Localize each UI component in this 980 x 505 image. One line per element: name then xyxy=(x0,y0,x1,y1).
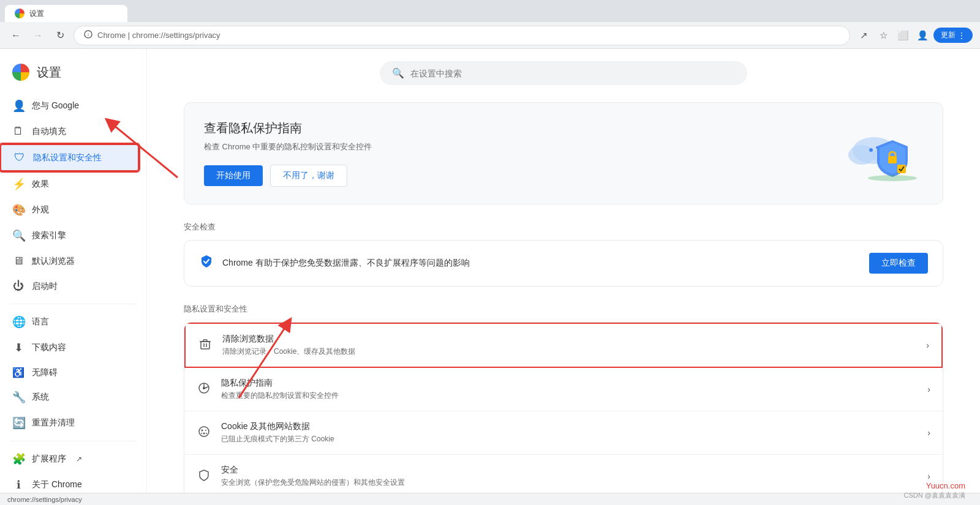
arrow-icon-1: › xyxy=(927,384,930,394)
sidebar-item-language[interactable]: 🌐 语言 xyxy=(0,309,139,335)
svg-rect-5 xyxy=(888,156,897,163)
sidebar-label-appearance: 外观 xyxy=(32,204,49,215)
sidebar-divider-2 xyxy=(10,441,137,441)
privacy-guide-desc: 检查重要的隐私控制设置和安全控件 xyxy=(221,391,927,401)
sidebar-item-system[interactable]: 🔧 系统 xyxy=(0,384,139,410)
sidebar-item-reset[interactable]: 🔄 重置并清理 xyxy=(0,410,139,436)
svg-point-3 xyxy=(848,145,875,165)
sidebar-item-accessibility[interactable]: ♿ 无障碍 xyxy=(0,361,139,384)
settings-item-cookies[interactable]: Cookie 及其他网站数据 已阻止无痕模式下的第三方 Cookie › xyxy=(184,411,943,455)
settings-item-security[interactable]: 安全 安全浏览（保护您免受危险网站的侵害）和其他安全设置 › xyxy=(184,455,943,493)
search-bar[interactable]: 🔍 xyxy=(380,61,747,85)
reload-button[interactable]: ↻ xyxy=(51,27,69,44)
cookies-desc: 已阻止无痕模式下的第三方 Cookie xyxy=(221,434,927,444)
start-button[interactable]: 开始使用 xyxy=(204,165,263,186)
guide-card: 查看隐私保护指南 检查 Chrome 中重要的隐私控制设置和安全控件 开始使用 … xyxy=(184,102,943,204)
svg-point-13 xyxy=(199,427,209,436)
back-button[interactable]: ← xyxy=(7,27,24,44)
clear-data-title: 清除浏览数据 xyxy=(222,334,926,345)
forward-button[interactable]: → xyxy=(29,27,47,44)
profile-button[interactable]: 👤 xyxy=(914,27,931,44)
guide-card-description: 检查 Chrome 中重要的隐私控制设置和安全控件 xyxy=(204,141,372,152)
trash-icon xyxy=(198,338,213,353)
arrow-icon-3: › xyxy=(927,471,930,481)
cookies-title: Cookie 及其他网站数据 xyxy=(221,421,927,432)
sidebar-label-system: 系统 xyxy=(32,392,49,403)
svg-point-9 xyxy=(868,175,917,181)
safety-description: Chrome 有助于保护您免受数据泄露、不良扩展程序等问题的影响 xyxy=(222,258,470,269)
guide-card-illustration xyxy=(837,123,923,184)
privacy-illustration xyxy=(837,123,923,184)
sidebar-item-privacy[interactable]: 🛡 隐私设置和安全性 xyxy=(0,144,139,171)
settings-item-privacy-guide[interactable]: 隐私保护指南 检查重要的隐私控制设置和安全控件 › xyxy=(184,368,943,411)
sidebar-item-about[interactable]: ℹ 关于 Chrome xyxy=(0,472,139,493)
about-icon: ℹ xyxy=(12,478,24,492)
sidebar: 设置 👤 您与 Google 🗒 自动填充 🛡 隐私设置和安全性 ⚡ 效果 🎨 … xyxy=(0,49,147,493)
sidebar-title-area: 设置 xyxy=(0,59,146,93)
sidebar-divider xyxy=(10,304,137,304)
clear-data-text: 清除浏览数据 清除浏览记录、Cookie、缓存及其他数据 xyxy=(222,334,926,357)
sidebar-label-downloads: 下载内容 xyxy=(32,342,66,353)
sidebar-item-search[interactable]: 🔍 搜索引擎 xyxy=(0,223,139,249)
security-title: 安全 xyxy=(221,465,927,476)
person-icon: 👤 xyxy=(12,99,24,113)
sidebar-label-reset: 重置并清理 xyxy=(32,417,75,428)
accessibility-icon: ♿ xyxy=(12,367,24,378)
sidebar-label-performance: 效果 xyxy=(32,179,49,190)
appearance-icon: 🎨 xyxy=(12,203,24,217)
sidebar-label-privacy: 隐私设置和安全性 xyxy=(33,152,102,163)
sidebar-item-performance[interactable]: ⚡ 效果 xyxy=(0,171,139,197)
reset-icon: 🔄 xyxy=(12,416,24,430)
security-shield-icon xyxy=(197,469,211,484)
tab-bar: 设置 xyxy=(0,0,980,22)
address-text: Chrome | chrome://settings/privacy xyxy=(97,31,840,40)
sidebar-label-search: 搜索引擎 xyxy=(32,230,66,241)
toolbar: ← → ↻ i Chrome | chrome://settings/priva… xyxy=(0,22,980,49)
guide-card-buttons: 开始使用 不用了，谢谢 xyxy=(204,165,372,187)
menu-dots: ⋮ xyxy=(958,31,965,40)
extensions-icon: 🧩 xyxy=(12,452,24,466)
startup-icon: ⏻ xyxy=(12,280,24,293)
sidebar-item-downloads[interactable]: ⬇ 下载内容 xyxy=(0,335,139,361)
sidebar-label-startup: 启动时 xyxy=(32,281,58,292)
sidebar-item-appearance[interactable]: 🎨 外观 xyxy=(0,197,139,223)
svg-point-16 xyxy=(203,432,205,434)
svg-point-18 xyxy=(201,433,202,434)
bookmark-button[interactable]: ☆ xyxy=(875,27,892,44)
guide-card-title: 查看隐私保护指南 xyxy=(204,120,372,137)
sidebar-label-language: 语言 xyxy=(32,316,49,327)
settings-list: 清除浏览数据 清除浏览记录、Cookie、缓存及其他数据 › 隐私保护指南 检查… xyxy=(184,322,943,493)
update-button[interactable]: 更新 ⋮ xyxy=(933,28,973,43)
arrow-icon-2: › xyxy=(927,428,930,438)
settings-item-clear-data[interactable]: 清除浏览数据 清除浏览记录、Cookie、缓存及其他数据 › xyxy=(184,323,943,368)
privacy-guide-icon xyxy=(197,382,211,397)
dismiss-button[interactable]: 不用了，谢谢 xyxy=(270,165,347,187)
privacy-guide-text: 隐私保护指南 检查重要的隐私控制设置和安全控件 xyxy=(221,378,927,401)
search-icon: 🔍 xyxy=(392,67,404,79)
main-content: 设置 👤 您与 Google 🗒 自动填充 🛡 隐私设置和安全性 ⚡ 效果 🎨 … xyxy=(0,49,980,493)
sidebar-item-google[interactable]: 👤 您与 Google xyxy=(0,93,139,119)
svg-point-17 xyxy=(206,433,207,434)
sidebar-item-extensions[interactable]: 🧩 扩展程序 ↗ xyxy=(0,446,139,472)
extensions-button[interactable]: ⬜ xyxy=(894,27,911,44)
search-input[interactable] xyxy=(410,69,735,78)
sidebar-label-google: 您与 Google xyxy=(32,100,79,111)
cookie-icon xyxy=(197,425,211,441)
address-bar[interactable]: i Chrome | chrome://settings/privacy xyxy=(74,26,850,45)
chrome-logo xyxy=(12,64,29,81)
system-icon: 🔧 xyxy=(12,391,24,404)
active-tab[interactable]: 设置 xyxy=(5,5,127,22)
sidebar-label-about: 关于 Chrome xyxy=(32,479,82,490)
sidebar-label-extensions: 扩展程序 xyxy=(32,454,66,465)
cast-button[interactable]: ↗ xyxy=(855,27,872,44)
status-bar: chrome://settings/privacy xyxy=(0,493,980,505)
sidebar-item-startup[interactable]: ⏻ 启动时 xyxy=(0,274,139,299)
sidebar-item-default-browser[interactable]: 🖥 默认浏览器 xyxy=(0,249,139,274)
safety-card: Chrome 有助于保护您免受数据泄露、不良扩展程序等问题的影响 立即检查 xyxy=(184,240,943,286)
sidebar-item-autofill[interactable]: 🗒 自动填充 xyxy=(0,119,139,144)
browser-chrome: 设置 ← → ↻ i Chrome | chrome://settings/pr… xyxy=(0,0,980,49)
language-icon: 🌐 xyxy=(12,315,24,329)
autofill-icon: 🗒 xyxy=(12,125,24,138)
check-now-button[interactable]: 立即检查 xyxy=(869,253,928,274)
svg-point-14 xyxy=(202,429,203,431)
